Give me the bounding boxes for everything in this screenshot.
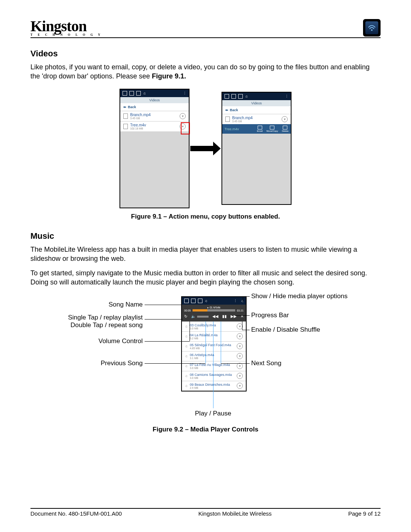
chevron-down-icon[interactable]: ▾ <box>180 113 186 119</box>
track-list: ♫03 Coulibaly.m4a3.0 MB▾♫04 La Réalité.m… <box>182 321 246 391</box>
back-arrow-icon: ⬅ <box>123 105 126 109</box>
back-button[interactable]: ⬅Back <box>120 103 189 111</box>
app-icon <box>363 19 381 37</box>
chevron-down-icon[interactable]: ▾ <box>237 333 243 339</box>
chevron-down-icon[interactable]: ▾ <box>237 353 243 359</box>
chevron-down-icon[interactable]: ▾ <box>282 116 288 122</box>
wifi-icon <box>365 21 378 34</box>
tap-highlight <box>181 122 190 134</box>
music-note-icon: ♫ <box>185 324 188 328</box>
copy-icon <box>270 126 274 129</box>
video-file-icon <box>123 113 128 119</box>
music-paragraph-2: To get started, simply navigate to the M… <box>30 268 381 287</box>
screenshot-left: ♫ ⋮ Videos ⬅Back Branch.mp43.45 GB ▾ Tre… <box>119 89 190 208</box>
delete-button[interactable]: Delete <box>282 126 288 132</box>
file-row-2[interactable]: Tree.m4v102.18 MB ▾ <box>120 121 189 131</box>
app-toolbar: ♫ ⋮ <box>120 89 189 97</box>
footer-product: Kingston MobileLite Wireless <box>198 510 272 517</box>
file-row-1[interactable]: Branch.mp43.45 GB ▾ <box>120 111 189 121</box>
volume-icon: 🔈 <box>191 314 196 318</box>
play-pause-button[interactable]: ▮▮ <box>222 314 227 318</box>
label-progress: Progress Bar <box>251 312 289 319</box>
screenshot-right: ♫ ⋮ Videos ⬅Back Branch.mp43.45 GB ▾ Tre… <box>221 92 292 205</box>
music-note-icon: ♫ <box>185 364 188 368</box>
back-button[interactable]: ⬅Back <box>222 106 291 114</box>
videos-icon <box>136 91 141 96</box>
label-song-name: Song Name <box>82 301 143 308</box>
volume-slider[interactable] <box>197 316 209 318</box>
track-row[interactable]: ♫03 Coulibaly.m4a3.0 MB▾ <box>182 321 246 331</box>
email-button[interactable]: Email <box>257 126 263 132</box>
app-toolbar: ♫ ⋮ <box>222 93 291 100</box>
arrow-icon <box>190 143 221 154</box>
move-copy-button[interactable]: Move/Copy <box>266 126 278 132</box>
logo-sub: T E C H N O L O G Y <box>30 33 102 37</box>
app-toolbar: ♫ ⋮ ♫ <box>182 297 246 305</box>
chevron-down-icon[interactable]: ▾ <box>237 343 243 349</box>
music-note-icon: ♫ <box>185 344 188 348</box>
files-icon <box>184 299 189 303</box>
kingston-logo: Kingston T E C H N O L O G Y <box>30 19 102 37</box>
chevron-down-icon[interactable]: ▾ <box>237 373 243 379</box>
prev-song-button[interactable]: ◀◀ <box>212 314 218 318</box>
email-icon <box>258 126 262 129</box>
video-file-icon <box>123 124 128 129</box>
shuffle-button[interactable]: ✕ <box>241 314 244 318</box>
music-icon: ♫ <box>245 94 248 98</box>
footer-docnum: Document No. 480-15FUM-001.A00 <box>30 510 122 517</box>
next-song-button[interactable]: ▶▶ <box>231 314 237 318</box>
track-row[interactable]: ♫06 Artistiya.m4a3.1 MB▾ <box>182 351 246 361</box>
photos-icon <box>129 91 134 96</box>
logo-main: Kingston <box>30 19 102 33</box>
chevron-down-icon[interactable]: ▾ <box>237 383 243 389</box>
screen-title: Videos <box>222 100 291 106</box>
label-prev: Previous Song <box>82 359 143 367</box>
label-next: Next Song <box>251 359 281 367</box>
label-repeat-1: Single Tap / replay playlist <box>57 314 143 321</box>
track-row[interactable]: ♫04 La Réalité.m4a5.2 MB▾ <box>182 331 246 341</box>
music-note-icon: ♫ <box>185 334 188 338</box>
music-heading: Music <box>30 231 381 241</box>
label-play: Play / Pause <box>181 410 245 417</box>
music-paragraph-1: The MobileLite Wireless app has a built … <box>30 245 381 264</box>
label-shuffle: Enable / Disable Shuffle <box>251 326 320 334</box>
page-header: Kingston T E C H N O L O G Y <box>30 19 381 38</box>
figure-9-2-caption: Figure 9.2 – Media Player Controls <box>30 426 381 433</box>
photos-icon <box>231 94 236 99</box>
track-row[interactable]: ♫08 Camions Sauvages.m4a3.0 MB▾ <box>182 371 246 381</box>
menu-icon: ⋮ <box>285 94 288 98</box>
label-repeat-2: Double Tap / repeat song <box>57 321 143 329</box>
videos-heading: Videos <box>30 49 381 59</box>
photos-icon <box>191 299 196 303</box>
repeat-button[interactable]: ↻ <box>184 314 187 318</box>
page-footer: Document No. 480-15FUM-001.A00 Kingston … <box>30 508 381 517</box>
progress-bar[interactable] <box>193 309 236 312</box>
back-arrow-icon: ⬅ <box>225 108 228 112</box>
trash-icon <box>283 126 287 129</box>
svg-point-0 <box>371 29 373 31</box>
now-playing: 01 M'bifé <box>210 306 220 309</box>
screen-title: Videos <box>120 97 189 103</box>
label-options: Show / Hide media player options <box>251 292 347 300</box>
track-row[interactable]: ♫09 Beaux Dimanches.m4a2.9 MB▾ <box>182 381 246 391</box>
videos-paragraph: Like photos, if you want to email, copy,… <box>30 62 381 81</box>
footer-pagenum: Page 9 of 12 <box>348 510 381 517</box>
videos-icon <box>238 94 243 99</box>
track-row[interactable]: ♫05 Sénégal Fast Food.m4a4.85 MB▾ <box>182 341 246 351</box>
label-volume: Volume Control <box>82 337 143 345</box>
figure-9-1-caption: Figure 9.1 – Action menu, copy buttons e… <box>30 213 381 220</box>
video-file-icon <box>225 117 230 122</box>
track-row[interactable]: ♫07 La Fête Au Village.m4a3.0 MB▾ <box>182 361 246 371</box>
selected-file: Tree.m4v <box>225 127 253 131</box>
action-menu-row: Tree.m4v Email Move/Copy Delete <box>222 124 291 134</box>
time-elapsed: 00:05 <box>184 309 191 312</box>
chevron-down-icon[interactable]: ▾ <box>237 363 243 369</box>
menu-icon: ⋮ <box>183 91 186 95</box>
media-player: ▸ 01 M'bifé 00:05 03:21 ↻ 🔈 ◀◀ ▮▮ ▶▶ ✕ <box>182 305 246 321</box>
music-icon: ♫ <box>143 91 146 95</box>
music-note-icon: ♫ <box>185 384 188 388</box>
figure-9-1: ♫ ⋮ Videos ⬅Back Branch.mp43.45 GB ▾ Tre… <box>30 89 381 208</box>
file-row-1[interactable]: Branch.mp43.45 GB ▾ <box>222 114 291 124</box>
files-icon <box>123 91 127 96</box>
menu-icon: ⋮ <box>234 299 237 303</box>
